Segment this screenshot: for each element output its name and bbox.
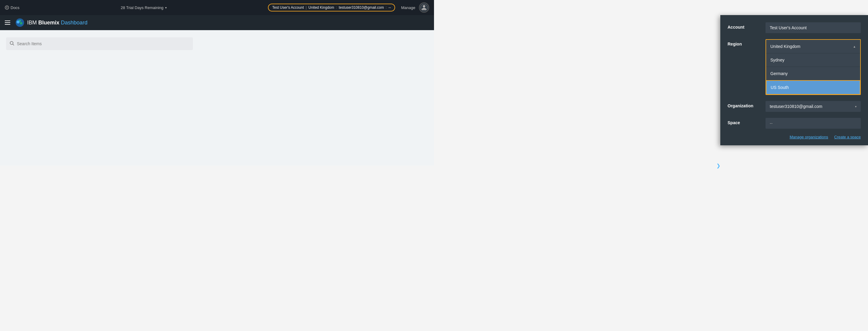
top-nav-left: © Docs — [5, 5, 20, 10]
pill-email: testuser310810@gmail.com — [339, 5, 384, 10]
top-nav: © Docs 28 Trial Days Remaining ▾ Test Us… — [0, 0, 434, 15]
search-bar[interactable] — [6, 37, 193, 50]
search-icon — [10, 41, 14, 47]
trial-chevron-icon[interactable]: ▾ — [165, 6, 167, 9]
account-pill[interactable]: Test User's Account | United Kingdom : t… — [268, 4, 395, 11]
top-nav-center: 28 Trial Days Remaining ▾ — [20, 5, 268, 10]
top-nav-right: Test User's Account | United Kingdom : t… — [268, 2, 429, 13]
docs-icon: © — [5, 5, 9, 10]
docs-label: Docs — [10, 5, 20, 10]
brand-logo: IBM Bluemix Dashboard — [15, 18, 87, 27]
svg-point-4 — [20, 22, 22, 24]
trial-text: 28 Trial Days Remaining ▾ — [121, 5, 167, 10]
svg-point-0 — [423, 5, 425, 7]
pill-account-name: Test User's Account — [272, 5, 304, 10]
brand-text: IBM Bluemix Dashboard — [27, 20, 87, 26]
svg-point-5 — [19, 20, 21, 22]
pill-dash: -- — [389, 5, 391, 10]
docs-link[interactable]: © Docs — [5, 5, 20, 10]
search-input[interactable] — [17, 41, 189, 46]
avatar[interactable] — [419, 2, 429, 13]
pill-separator2: : — [336, 5, 337, 10]
manage-button[interactable]: Manage — [401, 5, 415, 10]
pill-separator3: : — [386, 5, 387, 10]
ibm-bluemix-logo-icon — [15, 18, 25, 27]
brand-ibm: IBM — [27, 20, 37, 26]
svg-line-7 — [13, 44, 14, 45]
brand-dashboard: Dashboard — [61, 20, 87, 26]
main-nav: IBM Bluemix Dashboard — [0, 15, 434, 30]
brand-bluemix: Bluemix — [38, 20, 59, 26]
pill-separator1: | — [306, 5, 307, 10]
pill-region: United Kingdom — [308, 5, 334, 10]
content-area — [0, 30, 434, 166]
trial-remaining: 28 Trial Days Remaining — [121, 5, 164, 10]
hamburger-menu[interactable] — [5, 21, 10, 25]
